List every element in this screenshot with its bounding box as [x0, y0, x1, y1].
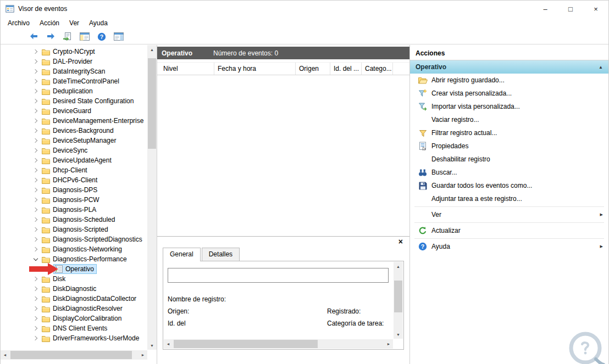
tree-item-diagnosis-dps[interactable]: Diagnosis-DPS: [1, 185, 147, 195]
tree-item-operativo[interactable]: Operativo: [1, 264, 147, 274]
tree-item-devicesetupmanager[interactable]: DeviceSetupManager: [1, 136, 147, 145]
tree-horizontal-scrollbar[interactable]: ◄ ►: [1, 350, 147, 360]
tree-item-driverframeworks-usermode[interactable]: DriverFrameworks-UserMode: [1, 333, 147, 343]
scroll-track[interactable]: [9, 350, 139, 360]
scroll-right-icon[interactable]: ►: [384, 339, 393, 349]
tree-item-devicemanagement-enterprise[interactable]: DeviceManagement-Enterprise: [1, 116, 147, 126]
action-filtrar-registro-actual[interactable]: Filtrar registro actual...: [410, 126, 608, 139]
tree-item-deviceguard[interactable]: DeviceGuard: [1, 106, 147, 116]
scrollbar-thumb[interactable]: [394, 281, 402, 312]
scrollbar-thumb[interactable]: [10, 351, 132, 359]
tree-item-desired-state-configuration[interactable]: Desired State Configuration: [1, 96, 147, 106]
collapse-arrow-icon[interactable]: ▲: [599, 65, 603, 70]
tree-item-disk[interactable]: Disk: [1, 274, 147, 284]
chevron-right-icon[interactable]: [31, 304, 40, 313]
tree-item-diagnostics-performance[interactable]: Diagnostics-Performance: [1, 254, 147, 264]
column-nivel[interactable]: Nivel: [157, 63, 214, 75]
column-id-evento[interactable]: Id. del ...: [330, 63, 362, 75]
tree-item-devicesync[interactable]: DeviceSync: [1, 145, 147, 155]
action-ayuda[interactable]: ?Ayuda▶: [410, 240, 608, 253]
forward-icon[interactable]: [45, 31, 56, 42]
scroll-right-icon[interactable]: ►: [139, 350, 147, 360]
action-deshabilitar-registro[interactable]: Deshabilitar registro: [410, 153, 608, 166]
tree-item-dns-client-events[interactable]: DNS Client Events: [1, 323, 147, 333]
chevron-right-icon[interactable]: [31, 195, 40, 205]
action-actualizar[interactable]: Actualizar: [410, 224, 608, 237]
menu-archivo[interactable]: Archivo: [3, 19, 35, 27]
tree-item-dataintegrityscan[interactable]: DataIntegrityScan: [1, 66, 147, 76]
menu-ver[interactable]: Ver: [64, 19, 84, 27]
column-categoria[interactable]: Catego...: [362, 63, 393, 75]
tree-item-diagnosis-scripteddiagnostics[interactable]: Diagnosis-ScriptedDiagnostics: [1, 234, 147, 244]
tree-item-diagnosis-scheduled[interactable]: Diagnosis-Scheduled: [1, 215, 147, 225]
preview-close-icon[interactable]: ×: [398, 238, 403, 245]
tree-item-deviceupdateagent[interactable]: DeviceUpdateAgent: [1, 155, 147, 165]
action-buscar[interactable]: Buscar...: [410, 166, 608, 179]
minimize-button[interactable]: –: [533, 1, 558, 17]
chevron-right-icon[interactable]: [31, 313, 40, 323]
chevron-right-icon[interactable]: [31, 274, 40, 284]
action-pane-icon[interactable]: [113, 31, 124, 42]
scroll-track[interactable]: [147, 54, 157, 341]
tree-item-diagnosis-scripted[interactable]: Diagnosis-Scripted: [1, 225, 147, 234]
tree-item-diskdiagnosticdatacollector[interactable]: DiskDiagnosticDataCollector: [1, 294, 147, 304]
tree-item-diskdiagnosticresolver[interactable]: DiskDiagnosticResolver: [1, 304, 147, 313]
tree-item-dhcpv6-client[interactable]: DHCPv6-Client: [1, 175, 147, 185]
column-origen[interactable]: Origen: [296, 63, 330, 75]
action-propiedades[interactable]: Propiedades: [410, 139, 608, 153]
scrollbar-thumb[interactable]: [174, 340, 318, 348]
scroll-track[interactable]: [173, 339, 384, 349]
actions-section-header[interactable]: Operativo ▲: [410, 60, 608, 74]
scrollbar-thumb[interactable]: [148, 58, 156, 149]
scroll-track[interactable]: [394, 271, 403, 330]
tree-item-diagnostics-networking[interactable]: Diagnostics-Networking: [1, 244, 147, 254]
chevron-right-icon[interactable]: [31, 323, 40, 333]
chevron-right-icon[interactable]: [31, 165, 40, 175]
chevron-right-icon[interactable]: [31, 284, 40, 294]
action-abrir-registro-guardado[interactable]: Abrir registro guardado...: [410, 74, 608, 87]
chevron-right-icon[interactable]: [31, 126, 40, 136]
scroll-down-icon[interactable]: ▼: [147, 341, 157, 350]
maximize-button[interactable]: □: [558, 1, 583, 17]
chevron-right-icon[interactable]: [31, 57, 40, 66]
tree-item-diagnosis-pcw[interactable]: Diagnosis-PCW: [1, 195, 147, 205]
action-vaciar-registro[interactable]: Vaciar registro...: [410, 113, 608, 126]
tree-item-dal-provider[interactable]: DAL-Provider: [1, 57, 147, 66]
scroll-up-icon[interactable]: ▲: [394, 262, 403, 271]
chevron-right-icon[interactable]: [31, 225, 40, 234]
tree-item-datetimecontrolpanel[interactable]: DateTimeControlPanel: [1, 76, 147, 86]
tree-vertical-scrollbar[interactable]: ▲ ▼: [147, 45, 157, 350]
chevron-right-icon[interactable]: [31, 76, 40, 86]
chevron-right-icon[interactable]: [31, 47, 40, 57]
console-tree-icon[interactable]: [79, 31, 90, 42]
chevron-right-icon[interactable]: [31, 234, 40, 244]
chevron-right-icon[interactable]: [31, 215, 40, 225]
close-button[interactable]: ×: [583, 1, 608, 17]
scroll-left-icon[interactable]: ◄: [164, 339, 173, 349]
action-crear-vista-personalizada[interactable]: Crear vista personalizada...: [410, 87, 608, 100]
chevron-right-icon[interactable]: [31, 106, 40, 116]
scroll-up-icon[interactable]: ▲: [147, 45, 157, 54]
help-icon[interactable]: ?: [96, 31, 107, 42]
chevron-right-icon[interactable]: [31, 86, 40, 96]
chevron-right-icon[interactable]: [31, 294, 40, 304]
tree-item-diagnosis-pla[interactable]: Diagnosis-PLA: [1, 205, 147, 215]
chevron-right-icon[interactable]: [31, 244, 40, 254]
export-icon[interactable]: [62, 31, 73, 42]
menu-accion[interactable]: Acción: [35, 19, 64, 27]
chevron-right-icon[interactable]: [31, 205, 40, 215]
tree-item-deduplication[interactable]: Deduplication: [1, 86, 147, 96]
tree-item-crypto-ncrypt[interactable]: Crypto-NCrypt: [1, 47, 147, 57]
chevron-right-icon[interactable]: [31, 66, 40, 76]
scroll-down-icon[interactable]: ▼: [394, 330, 403, 339]
action-importar-vista-personalizada[interactable]: Importar vista personalizada...: [410, 100, 608, 113]
action-ver[interactable]: Ver▶: [410, 208, 608, 221]
chevron-right-icon[interactable]: [31, 155, 40, 165]
event-description-field[interactable]: [168, 268, 389, 283]
chevron-right-icon[interactable]: [31, 333, 40, 343]
event-table-body[interactable]: [157, 75, 409, 236]
chevron-down-icon[interactable]: [31, 254, 40, 264]
tab-detalles[interactable]: Detalles: [202, 248, 240, 261]
chevron-right-icon[interactable]: [31, 175, 40, 185]
preview-vertical-scrollbar[interactable]: ▲ ▼: [394, 262, 403, 339]
